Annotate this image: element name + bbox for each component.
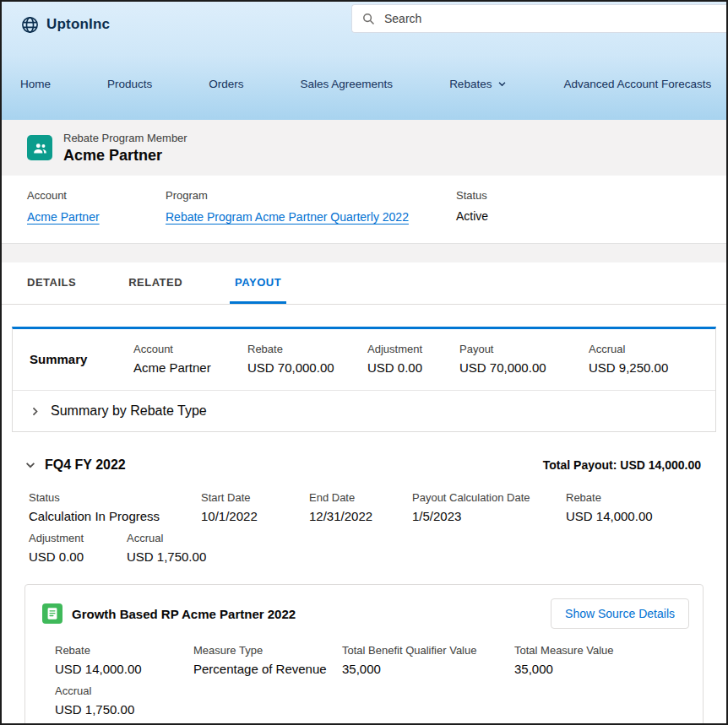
tab-payout[interactable]: PAYOUT: [230, 262, 286, 304]
global-header-area: UptonInc Home Products Orders Sales Agre…: [2, 2, 726, 120]
field-label: Total Benefit Qualifier Value: [342, 644, 514, 657]
global-search[interactable]: [351, 4, 726, 33]
program-fields-row-1: Rebate USD 14,000.00 Measure Type Percen…: [55, 644, 689, 676]
field-value: USD 0.00: [367, 360, 459, 375]
nav-item-rebates-label: Rebates: [449, 78, 492, 90]
field-label: Accrual: [127, 532, 206, 544]
nav-item-advanced-account-forecasts[interactable]: Advanced Account Forecasts: [563, 78, 711, 90]
summary-field-account: Account Acme Partner: [133, 343, 247, 375]
summary-field-rebate: Rebate USD 70,000.00: [247, 343, 367, 375]
field-value: USD 14,000.00: [566, 509, 653, 523]
field-status: Status Active: [456, 189, 488, 225]
period-fields-row-2: Adjustment USD 0.00 Accrual USD 1,750.00: [29, 532, 701, 564]
brand-name: UptonInc: [46, 16, 110, 33]
chevron-down-icon: [497, 79, 507, 89]
period-section: FQ4 FY 2022 Total Payout: USD 14,000.00 …: [2, 432, 726, 564]
period-fields-row-1: Status Calculation In Progress Start Dat…: [29, 491, 701, 523]
field-label: Program: [166, 189, 456, 202]
page-header-text: Rebate Program Member Acme Partner: [63, 132, 187, 165]
show-source-details-button[interactable]: Show Source Details: [551, 598, 689, 629]
nav-item-products[interactable]: Products: [107, 78, 152, 90]
field-value: 1/5/2023: [412, 509, 566, 523]
page-title: Acme Partner: [63, 147, 187, 165]
field-label: Status: [456, 189, 488, 202]
nav-item-rebates[interactable]: Rebates: [449, 78, 507, 90]
program-field-rebate: Rebate USD 14,000.00: [55, 644, 193, 676]
summary-title: Summary: [30, 352, 133, 366]
field-value: 35,000: [342, 662, 514, 676]
field-label: End Date: [309, 491, 412, 504]
brand[interactable]: UptonInc: [20, 15, 110, 35]
period-field-adjustment: Adjustment USD 0.00: [29, 532, 127, 564]
period-title: FQ4 FY 2022: [45, 457, 126, 473]
field-label: Adjustment: [367, 343, 459, 355]
field-value: Percentage of Revenue: [193, 662, 342, 676]
program-card-fields: Rebate USD 14,000.00 Measure Type Percen…: [42, 644, 689, 717]
field-value: USD 1,750.00: [127, 549, 206, 564]
field-value: USD 1,750.00: [55, 702, 134, 717]
tab-details[interactable]: DETAILS: [22, 262, 81, 304]
field-value: Calculation In Progress: [29, 509, 201, 523]
program-detail-card: Growth Based RP Acme Partner 2022 Show S…: [24, 584, 704, 725]
search-icon: [362, 13, 375, 25]
period-field-rebate: Rebate USD 14,000.00: [566, 491, 653, 523]
period-field-payout-calc-date: Payout Calculation Date 1/5/2023: [412, 491, 566, 523]
summary-row: Summary Account Acme Partner Rebate USD …: [13, 329, 715, 391]
main-nav: Home Products Orders Sales Agreements Re…: [20, 78, 711, 90]
nav-item-home[interactable]: Home: [20, 78, 51, 90]
program-field-total-measure-value: Total Measure Value 35,000: [514, 644, 614, 676]
globe-icon: [20, 15, 40, 35]
record-tabs: DETAILS RELATED PAYOUT: [2, 262, 726, 305]
field-label: Payout Calculation Date: [412, 491, 566, 504]
field-value: USD 70,000.00: [247, 360, 367, 375]
period-field-end-date: End Date 12/31/2022: [309, 491, 412, 523]
summary-by-rebate-type-toggle[interactable]: Summary by Rebate Type: [13, 391, 715, 431]
period-field-accrual: Accrual USD 1,750.00: [127, 532, 206, 564]
tabs-gap: [2, 305, 726, 327]
tab-related[interactable]: RELATED: [123, 262, 187, 304]
highlights-panel: Account Acme Partner Program Rebate Prog…: [2, 176, 726, 244]
field-label: Measure Type: [193, 644, 342, 657]
status-value: Active: [456, 209, 488, 223]
field-label: Status: [29, 491, 201, 504]
program-fields-row-2: Accrual USD 1,750.00: [55, 684, 689, 717]
rebate-member-icon: [27, 135, 52, 160]
program-doc-icon: [42, 603, 62, 624]
program-link[interactable]: Rebate Program Acme Partner Quarterly 20…: [166, 210, 409, 224]
nav-item-sales-agreements[interactable]: Sales Agreements: [301, 78, 394, 90]
field-label: Start Date: [201, 491, 309, 504]
chevron-down-icon: [24, 459, 36, 471]
field-value: USD 14,000.00: [55, 662, 193, 676]
field-label: Account: [27, 189, 166, 202]
field-label: Rebate: [566, 491, 653, 504]
page-header: Rebate Program Member Acme Partner: [2, 120, 726, 176]
chevron-right-icon: [30, 406, 41, 417]
field-value: 10/1/2022: [201, 509, 309, 523]
summary-field-payout: Payout USD 70,000.00: [459, 343, 589, 375]
program-field-accrual: Accrual USD 1,750.00: [55, 684, 134, 717]
program-card-title: Growth Based RP Acme Partner 2022: [72, 607, 296, 621]
field-value: 35,000: [514, 662, 614, 676]
field-label: Rebate: [247, 343, 367, 355]
field-label: Rebate: [55, 644, 193, 657]
section-divider: [2, 244, 726, 262]
program-card-header: Growth Based RP Acme Partner 2022 Show S…: [42, 598, 689, 629]
period-field-start-date: Start Date 10/1/2022: [201, 491, 309, 523]
field-value: Acme Partner: [133, 360, 247, 375]
field-value: 12/31/2022: [309, 509, 412, 523]
field-label: Account: [133, 343, 247, 355]
program-field-total-benefit-qualifier-value: Total Benefit Qualifier Value 35,000: [342, 644, 514, 676]
field-label: Adjustment: [29, 532, 127, 544]
period-fields: Status Calculation In Progress Start Dat…: [24, 491, 701, 564]
field-label: Total Measure Value: [514, 644, 614, 657]
field-account: Account Acme Partner: [27, 189, 166, 225]
program-field-measure-type: Measure Type Percentage of Revenue: [193, 644, 342, 676]
search-input[interactable]: [384, 12, 716, 25]
period-total-payout: Total Payout: USD 14,000.00: [543, 458, 701, 472]
app-window: UptonInc Home Products Orders Sales Agre…: [0, 0, 728, 725]
account-link[interactable]: Acme Partner: [27, 210, 100, 224]
period-collapse-toggle[interactable]: [24, 459, 36, 471]
field-value: USD 9,250.00: [589, 360, 668, 375]
summary-by-rebate-type-label: Summary by Rebate Type: [51, 403, 207, 419]
nav-item-orders[interactable]: Orders: [209, 78, 243, 90]
